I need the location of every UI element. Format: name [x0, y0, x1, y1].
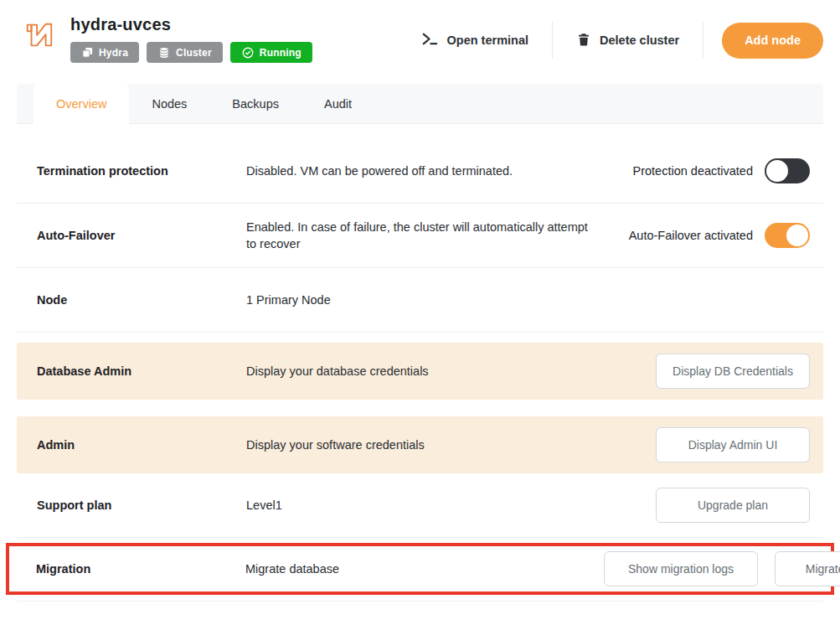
row-support-plan: Support plan Level1 Upgrade plan: [17, 473, 823, 538]
row-label: Support plan: [37, 498, 246, 512]
delete-cluster-button[interactable]: Delete cluster: [571, 23, 684, 58]
terminal-icon: [421, 31, 439, 49]
badge-cluster: Cluster: [147, 42, 223, 63]
row-label: Migration: [36, 562, 245, 576]
trash-icon: [576, 32, 591, 49]
header: hydra-uvces Hydra: [0, 0, 840, 84]
row-migration-highlighted: Migration Migrate database Show migratio…: [6, 543, 834, 595]
header-divider: [703, 22, 703, 59]
title-block: hydra-uvces Hydra: [70, 15, 312, 63]
row-label: Admin: [37, 438, 246, 452]
hydra-logo-icon: [23, 17, 55, 54]
migrate-database-button[interactable]: Migrate Database: [775, 551, 840, 586]
status-badge-running: Running: [230, 42, 312, 63]
row-value: 1 Primary Node: [246, 292, 605, 308]
badge-label: Cluster: [176, 47, 212, 59]
header-divider: [552, 22, 553, 59]
upgrade-plan-button[interactable]: Upgrade plan: [656, 488, 810, 523]
row-label: Termination protection: [37, 164, 246, 178]
row-value: Migrate database: [245, 560, 604, 577]
open-terminal-button[interactable]: Open terminal: [416, 23, 534, 58]
show-migration-logs-button[interactable]: Show migration logs: [604, 551, 758, 586]
row-value: Level1: [246, 497, 605, 514]
tab-audit[interactable]: Audit: [301, 84, 374, 123]
badge-label: Running: [260, 47, 301, 59]
overview-settings: Termination protection Disabled. VM can …: [17, 124, 823, 602]
database-icon: [157, 46, 171, 59]
badge-label: Hydra: [99, 47, 128, 59]
tab-bar: Overview Nodes Backups Audit: [17, 84, 823, 124]
badge-hydra: Hydra: [70, 42, 139, 63]
row-label: Database Admin: [37, 364, 246, 378]
toggle-knob: [766, 160, 788, 182]
toggle-knob: [786, 225, 808, 246]
row-description: Display your database credentials: [246, 363, 605, 380]
row-description: Display your software credentials: [246, 436, 605, 453]
header-actions: Open terminal Delete cluster Add node: [416, 22, 823, 59]
row-node: Node 1 Primary Node: [17, 268, 823, 333]
row-termination-protection: Termination protection Disabled. VM can …: [17, 139, 823, 204]
row-label: Node: [37, 293, 246, 307]
termination-protection-toggle[interactable]: [765, 158, 810, 183]
page-title: hydra-uvces: [70, 15, 312, 34]
row-divider: [17, 601, 823, 602]
delete-cluster-label: Delete cluster: [600, 34, 679, 47]
row-label: Auto-Failover: [37, 229, 246, 242]
auto-failover-toggle[interactable]: [765, 223, 810, 248]
display-admin-ui-button[interactable]: Display Admin UI: [656, 427, 810, 462]
row-auto-failover: Auto-Failover Enabled. In case of failur…: [17, 204, 823, 268]
row-description: Enabled. In case of failure, the cluster…: [246, 219, 605, 253]
badges: Hydra Cluster: [70, 42, 312, 63]
check-circle-icon: [241, 46, 255, 59]
layers-icon: [81, 46, 94, 59]
tab-overview[interactable]: Overview: [33, 84, 129, 124]
toggle-label: Auto-Failover activated: [629, 229, 753, 242]
row-database-admin: Database Admin Display your database cre…: [17, 343, 823, 400]
tab-nodes[interactable]: Nodes: [129, 84, 209, 123]
row-admin: Admin Display your software credentials …: [17, 416, 823, 473]
cluster-overview-page: hydra-uvces Hydra: [0, 0, 840, 625]
tab-backups[interactable]: Backups: [209, 84, 301, 123]
display-db-credentials-button[interactable]: Display DB Credentials: [656, 354, 810, 389]
row-description: Disabled. VM can be powered off and term…: [246, 163, 605, 179]
toggle-label: Protection deactivated: [633, 164, 753, 178]
open-terminal-label: Open terminal: [447, 34, 529, 47]
add-node-button[interactable]: Add node: [722, 23, 823, 59]
header-left: hydra-uvces Hydra: [23, 15, 312, 63]
